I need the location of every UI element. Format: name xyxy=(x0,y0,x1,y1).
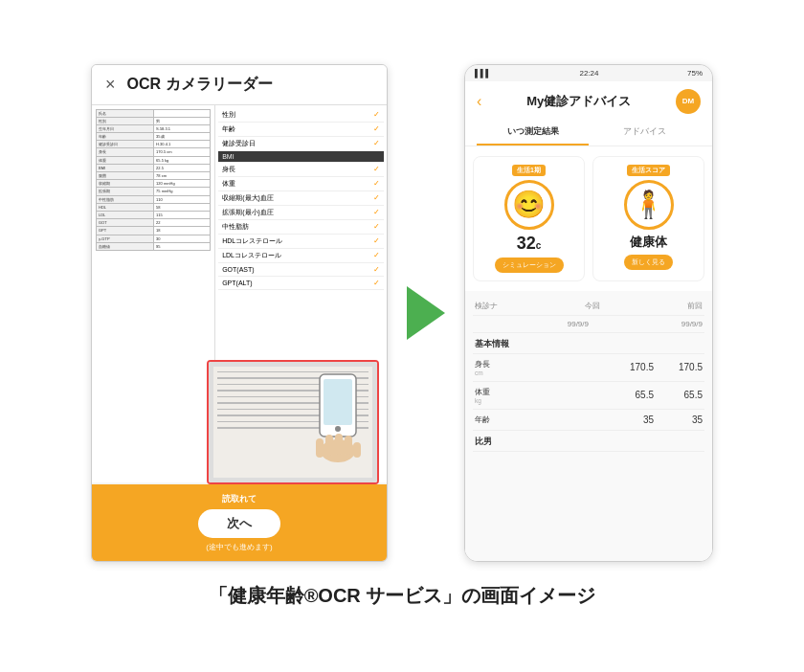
smiley-icon: 😊 xyxy=(504,180,554,230)
check-item: 年齢 ✓ xyxy=(218,123,384,137)
svg-rect-4 xyxy=(316,438,324,458)
table-col2-header: 前回 xyxy=(687,301,703,311)
app-title: My健診アドバイス xyxy=(526,93,631,110)
data-table-section: 検診ナ 今回 前回 99/9/9 99/9/9 基本情報 xyxy=(465,291,712,561)
health-age-value: 32c xyxy=(517,234,542,254)
time-display: 22:24 xyxy=(579,69,598,78)
row-label-age: 年齢 xyxy=(475,414,490,425)
svg-rect-6 xyxy=(335,434,343,455)
hand-phone-icon xyxy=(301,370,368,465)
card-badge-age: 生活1期 xyxy=(512,165,546,176)
health-label: 健康体 xyxy=(630,234,667,251)
health-card-age: 生活1期 😊 32c シミュレーション xyxy=(473,156,585,281)
table-header: 検診ナ 今回 前回 xyxy=(473,297,704,316)
tab-results[interactable]: いつ測定結果 xyxy=(477,120,589,146)
age-unit: c xyxy=(536,240,542,251)
table-col1-header: 今回 xyxy=(585,301,600,311)
check-item-highlighted: BMI xyxy=(218,151,384,163)
arrow-container xyxy=(407,286,445,340)
check-item: GPT(ALT) ✓ xyxy=(218,277,384,290)
table-date-header: 99/9/9 99/9/9 xyxy=(473,316,704,333)
view-more-button[interactable]: 新しく見る xyxy=(624,255,673,270)
svg-rect-5 xyxy=(325,435,333,456)
back-arrow-icon[interactable]: ‹ xyxy=(477,93,481,110)
app-header-row: ‹ My健診アドバイス DM xyxy=(477,89,701,114)
svg-rect-7 xyxy=(345,436,352,455)
table-row: 身長 cm 170.5 170.5 xyxy=(473,354,704,382)
page-caption: 「健康年齢®OCR サービス」の画面イメージ xyxy=(209,583,596,609)
reading-text: 読取れて xyxy=(222,493,257,505)
row-sub-weight: kg xyxy=(475,397,490,404)
col2-date: 99/9/9 xyxy=(681,320,703,328)
ocr-panel-title: OCR カメラリーダー xyxy=(127,75,273,95)
signal-icon: ▌▌▌ xyxy=(475,69,491,78)
health-card-score: 生活スコア 🧍 健康体 新しく見る xyxy=(592,156,704,281)
svg-rect-8 xyxy=(353,442,361,458)
close-icon[interactable]: × xyxy=(105,75,116,95)
check-item: 中性脂肪 ✓ xyxy=(218,220,384,235)
camera-content xyxy=(209,362,377,482)
check-item: 体重 ✓ xyxy=(218,177,384,191)
app-tabs: いつ測定結果 アドバイス xyxy=(477,120,701,146)
section-basic: 基本情報 xyxy=(473,333,704,354)
row-val1-age: 35 xyxy=(620,414,654,425)
col1-date: 99/9/9 xyxy=(568,320,589,328)
tab-advice[interactable]: アドバイス xyxy=(589,120,701,146)
check-item: 身長 ✓ xyxy=(218,163,384,177)
app-content: 生活1期 😊 32c シミュレーション 生活スコア 🧍 健康体 新しく見る xyxy=(465,146,712,561)
row-val2-height: 170.5 xyxy=(669,362,703,372)
left-panel: × OCR カメラリーダー 氏名 性別男 生年月日S.58.3.1 年齢35歳 … xyxy=(91,64,388,562)
row-label-height: 身長 xyxy=(475,359,490,370)
body-icon: 🧍 xyxy=(624,180,674,230)
check-item: HDLコレステロール ✓ xyxy=(218,235,384,249)
card-badge-score: 生活スコア xyxy=(627,165,670,176)
camera-overlay xyxy=(207,360,379,484)
status-bar: ▌▌▌ 22:24 75% xyxy=(465,65,712,81)
outer-container: × OCR カメラリーダー 氏名 性別男 生年月日S.58.3.1 年齢35歳 … xyxy=(29,64,775,609)
check-item: 性別 ✓ xyxy=(218,108,384,123)
row-val2-age: 35 xyxy=(669,414,703,425)
row-val2-weight: 65.5 xyxy=(669,390,703,400)
right-panel: ▌▌▌ 22:24 75% ‹ My健診アドバイス DM いつ測定結果 アドバイ… xyxy=(464,64,713,562)
row-label-weight: 体重 xyxy=(475,387,490,397)
section-other: 比男 xyxy=(473,431,704,452)
left-header: × OCR カメラリーダー xyxy=(92,65,387,105)
check-item: LDLコレステロール ✓ xyxy=(218,249,384,263)
check-item: 拡張期(最小)血圧 ✓ xyxy=(218,206,384,220)
avatar: DM xyxy=(676,89,701,114)
check-item: GOT(AST) ✓ xyxy=(218,263,384,277)
check-item: 収縮期(最大)血圧 ✓ xyxy=(218,191,384,206)
next-button[interactable]: 次へ xyxy=(198,509,280,538)
health-form-side: 氏名 性別男 生年月日S.58.3.1 年齢35歳 健診受診日H.30.4.1 … xyxy=(92,105,215,482)
row-val1-height: 170.5 xyxy=(620,362,654,372)
left-bottom-bar: 読取れて 次へ (途中でも進めます) xyxy=(92,484,387,561)
table-row: 体重 kg 65.5 65.5 xyxy=(473,382,704,410)
battery-icon: 75% xyxy=(687,69,703,78)
right-arrow-icon xyxy=(407,286,445,340)
table-label-col: 検診ナ xyxy=(475,301,498,311)
health-cards: 生活1期 😊 32c シミュレーション 生活スコア 🧍 健康体 新しく見る xyxy=(465,146,712,291)
svg-point-2 xyxy=(335,426,341,432)
table-row: 年齢 35 35 xyxy=(473,410,704,431)
app-header: ‹ My健診アドバイス DM いつ測定結果 アドバイス xyxy=(465,81,712,146)
simulation-button[interactable]: シミュレーション xyxy=(495,258,564,273)
check-item: 健診受診日 ✓ xyxy=(218,137,384,151)
row-sub-height: cm xyxy=(475,370,490,376)
svg-rect-1 xyxy=(324,379,352,425)
screenshots-row: × OCR カメラリーダー 氏名 性別男 生年月日S.58.3.1 年齢35歳 … xyxy=(29,64,775,562)
next-sub-label: (途中でも進めます) xyxy=(206,542,272,552)
row-val1-weight: 65.5 xyxy=(620,390,654,400)
